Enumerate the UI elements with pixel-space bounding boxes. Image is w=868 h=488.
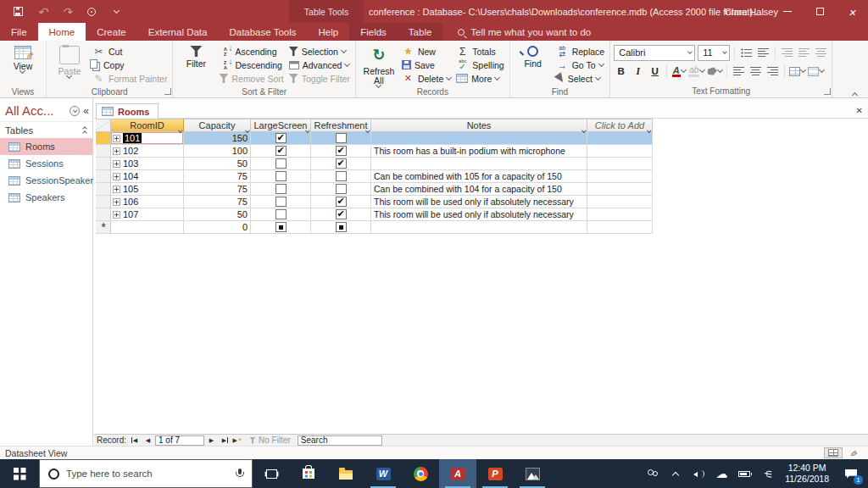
tray-battery-button[interactable] [738, 468, 750, 480]
minimize-button[interactable] [771, 0, 804, 23]
cell-clickadd-107[interactable] [587, 208, 653, 221]
cell-capacity-102[interactable]: 100 [184, 145, 251, 158]
datasheet-view-button[interactable] [824, 447, 843, 458]
cell-capacity-104[interactable]: 75 [184, 170, 251, 183]
cell-capacity-103[interactable]: 50 [184, 158, 251, 170]
tab-file[interactable]: File [0, 23, 38, 41]
action-center-button[interactable]: 1 [834, 459, 868, 488]
taskbar-search[interactable] [39, 459, 253, 488]
font-name-combo[interactable]: Calibri [614, 45, 695, 61]
select-button[interactable]: Select [554, 72, 607, 85]
row-selector[interactable] [96, 132, 111, 145]
largescreen-checkbox[interactable] [275, 158, 287, 169]
record-position-box[interactable] [155, 435, 204, 446]
cell-refreshment-107[interactable] [311, 208, 371, 221]
refresh-all-button[interactable]: RefreshAll [359, 43, 398, 86]
qat-touch-mode-button[interactable] [85, 5, 98, 19]
refreshment-checkbox[interactable] [336, 222, 347, 232]
tray-volume-button[interactable] [693, 468, 704, 480]
cell-largescreen-105[interactable] [251, 183, 311, 196]
cell-largescreen-102[interactable] [251, 145, 311, 158]
tell-me-box[interactable]: Tell me what you want to do [442, 23, 591, 41]
cell-largescreen-101[interactable] [251, 132, 311, 145]
expand-record-icon[interactable] [113, 198, 120, 206]
save-button[interactable]: Save [400, 58, 453, 71]
tray-onedrive-button[interactable] [715, 468, 727, 480]
qat-customize-quick-access-button[interactable] [109, 5, 123, 19]
refreshment-checkbox[interactable] [336, 146, 347, 156]
more-button[interactable]: More [454, 72, 505, 85]
cell-clickadd-101[interactable] [587, 132, 653, 145]
descending-button[interactable]: Descending [217, 58, 285, 71]
row-selector[interactable] [96, 158, 111, 170]
taskbar-button-task-view[interactable] [253, 459, 290, 488]
tab-create[interactable]: Create [86, 23, 137, 41]
cell-roomid-106[interactable]: 106 [111, 196, 184, 208]
cell-notes-107[interactable]: This room will be used only if absolutel… [371, 208, 587, 221]
new-record-cell-clickadd[interactable] [587, 221, 653, 234]
column-filter-arrow-icon[interactable] [366, 123, 370, 133]
close-button[interactable] [836, 0, 868, 23]
new-record-button[interactable]: ▶* [231, 435, 242, 445]
delete-button[interactable]: Delete [400, 72, 453, 85]
advanced-button[interactable]: Advanced [287, 58, 352, 71]
tab-database-tools[interactable]: Database Tools [218, 23, 307, 41]
cell-refreshment-102[interactable] [311, 145, 371, 158]
cell-largescreen-104[interactable] [251, 170, 311, 183]
tab-help[interactable]: Help [308, 23, 350, 41]
font-color-button[interactable]: A [671, 64, 686, 79]
cell-clickadd-103[interactable] [587, 158, 653, 170]
taskbar-clock[interactable]: 12:40 PM 11/26/2018 [780, 459, 834, 488]
qat-save-button[interactable] [11, 5, 25, 19]
next-record-button[interactable]: ▶ [206, 435, 217, 445]
column-header-roomid[interactable]: RoomID [111, 119, 184, 132]
refreshment-checkbox[interactable] [336, 197, 347, 207]
new-record-cell-notes[interactable] [371, 221, 587, 234]
cell-refreshment-105[interactable] [311, 183, 371, 196]
cell-roomid-105[interactable]: 105 [111, 183, 184, 196]
column-header-clickadd[interactable]: Click to Add [587, 119, 653, 132]
record-search-input[interactable] [298, 435, 382, 446]
largescreen-checkbox[interactable] [275, 184, 287, 194]
taskbar-button-explorer[interactable] [327, 459, 364, 488]
qat-undo-button[interactable] [36, 5, 49, 19]
cell-notes-101[interactable] [371, 132, 587, 145]
font-size-combo[interactable]: 11 [698, 45, 730, 61]
numbering-button[interactable] [756, 45, 771, 60]
column-filter-arrow-icon[interactable] [582, 123, 586, 133]
collapse-ribbon-button[interactable] [853, 86, 861, 94]
select-all-cell[interactable] [96, 119, 111, 132]
find-button[interactable]: Find [514, 43, 553, 86]
align-left-button[interactable] [732, 64, 746, 79]
restore-button[interactable] [804, 0, 836, 23]
dialog-launcher-icon[interactable] [164, 88, 171, 95]
column-filter-arrow-icon[interactable] [179, 123, 182, 133]
cell-notes-106[interactable]: This room will be used only if absolutel… [371, 196, 587, 208]
taskbar-button-word[interactable]: W [364, 459, 402, 488]
bold-button[interactable]: B [614, 64, 628, 79]
new-button[interactable]: New [400, 45, 453, 58]
new-record-cell-capacity[interactable]: 0 [184, 221, 251, 234]
shutter-bar-close-icon[interactable]: « [83, 105, 89, 117]
cell-largescreen-106[interactable] [251, 196, 311, 208]
go-to-button[interactable]: Go To [554, 58, 607, 71]
cell-capacity-106[interactable]: 75 [184, 196, 251, 208]
ascending-button[interactable]: Ascending [217, 45, 285, 58]
largescreen-checkbox[interactable] [275, 209, 287, 219]
column-header-refreshment[interactable]: Refreshment [311, 119, 371, 132]
largescreen-checkbox[interactable] [275, 222, 287, 232]
cell-refreshment-101[interactable] [311, 132, 371, 145]
sidebar-item-speakers[interactable]: Speakers [0, 189, 92, 206]
cell-notes-104[interactable]: Can be combined with 105 for a capacity … [371, 170, 587, 183]
cell-refreshment-106[interactable] [311, 196, 371, 208]
cell-notes-102[interactable]: This room has a built-in podium with mic… [371, 145, 587, 158]
cell-capacity-105[interactable]: 75 [184, 183, 251, 196]
align-right-button[interactable] [765, 64, 780, 79]
previous-record-button[interactable]: ◀ [142, 435, 153, 445]
column-header-capacity[interactable]: Capacity [184, 119, 251, 132]
column-filter-arrow-icon[interactable] [648, 123, 651, 133]
column-filter-arrow-icon[interactable] [246, 123, 249, 133]
expand-record-icon[interactable] [113, 160, 120, 168]
tab-external-data[interactable]: External Data [137, 23, 219, 41]
largescreen-checkbox[interactable] [275, 197, 287, 207]
